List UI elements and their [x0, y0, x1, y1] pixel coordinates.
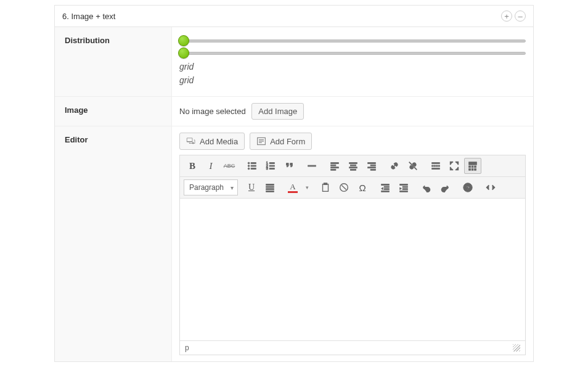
svg-rect-18	[331, 165, 336, 166]
insert-more-button[interactable]	[427, 158, 444, 174]
editor-content-area[interactable]	[180, 199, 525, 340]
svg-rect-35	[472, 166, 473, 168]
add-form-label: Add Form	[270, 137, 305, 146]
paste-text-button[interactable]	[317, 179, 334, 195]
toolbar-toggle-button[interactable]	[464, 158, 481, 174]
align-justify-button[interactable]	[261, 179, 279, 195]
svg-rect-30	[432, 165, 440, 166]
undo-button[interactable]	[418, 179, 435, 195]
svg-rect-22	[351, 165, 356, 166]
align-center-button[interactable]	[345, 158, 362, 174]
redo-button[interactable]	[436, 179, 454, 195]
outdent-button[interactable]	[377, 179, 394, 195]
svg-rect-36	[475, 166, 476, 168]
source-code-button[interactable]	[482, 179, 499, 195]
panel-title: 6. Image + text	[62, 12, 115, 21]
svg-rect-8	[251, 165, 256, 166]
svg-rect-7	[251, 163, 256, 164]
align-right-button[interactable]	[363, 158, 380, 174]
panel-controls: + –	[501, 10, 526, 22]
svg-rect-49	[382, 191, 390, 192]
hr-button[interactable]	[303, 158, 321, 174]
image-label: Image	[55, 97, 172, 126]
unlink-button[interactable]	[404, 158, 422, 174]
svg-rect-37	[469, 169, 471, 171]
add-media-label: Add Media	[200, 137, 238, 146]
editor-body: Add Media Add Form B I ABC 123	[172, 126, 533, 361]
add-image-button[interactable]: Add Image	[251, 103, 304, 120]
align-left-button[interactable]	[326, 158, 343, 174]
svg-rect-19	[331, 167, 339, 168]
help-button[interactable]: ?	[459, 179, 476, 195]
image-body: No image selected Add Image	[172, 97, 533, 126]
editor-label: Editor	[55, 126, 172, 361]
indent-button[interactable]	[395, 179, 412, 195]
svg-rect-23	[349, 167, 357, 168]
resize-handle[interactable]	[513, 344, 520, 352]
distribution-body: grid grid	[172, 27, 533, 96]
slider-2[interactable]	[179, 48, 526, 58]
slider-track	[179, 52, 526, 55]
field-editor: Editor Add Media Add Form B I ABC	[55, 126, 533, 361]
special-char-button[interactable]: Ω	[354, 179, 371, 195]
svg-rect-27	[368, 167, 376, 168]
svg-rect-46	[382, 184, 390, 186]
fullscreen-button[interactable]	[446, 158, 463, 174]
format-select-value: Paragraph	[189, 183, 224, 192]
svg-rect-33	[469, 162, 477, 165]
svg-rect-41	[266, 186, 274, 187]
text-color-dropdown[interactable]: ▾	[303, 179, 311, 195]
add-media-button[interactable]: Add Media	[179, 133, 245, 150]
italic-button[interactable]: I	[202, 158, 219, 174]
slider-1[interactable]	[179, 36, 526, 46]
no-image-text: No image selected	[179, 107, 246, 116]
editor-path: p	[185, 343, 189, 352]
svg-point-6	[248, 168, 250, 170]
svg-rect-44	[323, 184, 329, 192]
wysiwyg-editor: B I ABC 123	[179, 155, 526, 355]
svg-rect-20	[331, 169, 336, 170]
text-color-button[interactable]: A	[284, 179, 301, 195]
svg-rect-52	[402, 189, 407, 190]
underline-button[interactable]: U	[243, 179, 260, 195]
slider-1-value: grid	[179, 62, 526, 72]
bullet-list-button[interactable]	[243, 158, 261, 174]
numbered-list-button[interactable]: 123	[262, 158, 279, 174]
svg-rect-45	[324, 183, 327, 185]
clear-formatting-button[interactable]	[335, 179, 353, 195]
svg-rect-24	[351, 169, 356, 170]
remove-row-button[interactable]: –	[515, 10, 526, 22]
svg-rect-32	[432, 168, 440, 170]
add-row-button[interactable]: +	[501, 10, 512, 22]
svg-rect-43	[266, 191, 274, 192]
distribution-label: Distribution	[55, 27, 172, 96]
svg-rect-34	[469, 166, 471, 168]
panel-header: 6. Image + text + –	[55, 6, 533, 27]
svg-rect-42	[266, 189, 274, 190]
toolbar-row-1: B I ABC 123	[180, 155, 525, 177]
bold-button[interactable]: B	[184, 158, 201, 174]
svg-rect-25	[368, 163, 376, 164]
blockquote-button[interactable]	[280, 158, 298, 174]
strikethrough-button[interactable]: ABC	[221, 158, 238, 174]
svg-rect-9	[251, 168, 256, 170]
media-icon	[186, 136, 196, 146]
slider-group: grid grid	[179, 33, 526, 90]
slider-handle[interactable]	[178, 35, 189, 46]
svg-rect-21	[349, 163, 357, 164]
format-select[interactable]: Paragraph	[184, 179, 238, 195]
editor-top-buttons: Add Media Add Form	[179, 133, 526, 150]
svg-rect-39	[475, 169, 476, 171]
svg-rect-17	[331, 163, 339, 164]
add-form-button[interactable]: Add Form	[250, 133, 312, 150]
svg-point-5	[248, 165, 250, 167]
svg-rect-47	[384, 186, 389, 187]
svg-text:3: 3	[266, 166, 268, 170]
svg-rect-28	[370, 169, 375, 170]
svg-rect-29	[432, 163, 440, 164]
slider-handle[interactable]	[178, 47, 189, 59]
svg-rect-48	[384, 189, 389, 190]
link-button[interactable]	[386, 158, 403, 174]
metabox-panel: 6. Image + text + – Distribution grid gr…	[54, 5, 534, 362]
toolbar-row-2: Paragraph U A ▾ Ω	[180, 177, 525, 199]
